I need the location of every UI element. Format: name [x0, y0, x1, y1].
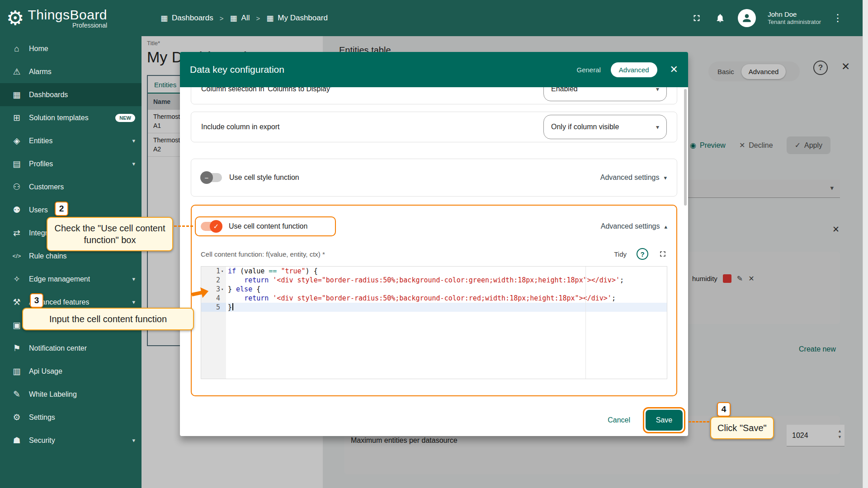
- screen: ⚙ ThingsBoard Professional ▦Dashboards >…: [0, 0, 868, 488]
- dialog-header: Data key configuration General Advanced …: [180, 52, 688, 87]
- use-cell-style-toggle[interactable]: − Use cell style function: [201, 173, 299, 182]
- print-margin: [585, 267, 586, 379]
- warning-icon: ⚠: [11, 66, 23, 77]
- sidebar-item-settings[interactable]: ⚙Settings: [0, 406, 142, 429]
- folder-icon: ▣: [11, 320, 23, 330]
- toggle-highlight-ring: [195, 216, 336, 236]
- help-icon[interactable]: ?: [637, 248, 648, 260]
- step4-connector: [689, 421, 709, 422]
- shield-icon: ☗: [11, 435, 23, 446]
- dialog-body: Column selection in 'Columns to Display'…: [180, 87, 688, 401]
- sidebar-item-profiles[interactable]: ▤Profiles▾: [0, 152, 142, 175]
- chart-icon: ▥: [11, 366, 23, 376]
- user-name: John Doe: [768, 10, 821, 19]
- user-role: Tenant administrator: [768, 19, 821, 26]
- breadcrumb-my-dashboard[interactable]: ▦My Dashboard: [266, 14, 328, 23]
- logo[interactable]: ⚙ ThingsBoard Professional: [0, 7, 142, 29]
- step4-callout: Click "Save": [710, 417, 774, 439]
- chevron-down-icon: ▾: [656, 87, 659, 93]
- sidebar: ⌂Home ⚠Alarms ▦Dashboards ⊞Solution temp…: [0, 36, 142, 488]
- sidebar-item-notification-center[interactable]: ⚑Notification center: [0, 337, 142, 360]
- step2-connector: [174, 225, 193, 227]
- breadcrumb-separator: >: [256, 14, 260, 22]
- step2-badge: 2: [55, 202, 68, 216]
- tab-general[interactable]: General: [576, 66, 600, 74]
- entities-icon: ◈: [11, 136, 23, 146]
- sidebar-item-customers[interactable]: ⚇Customers: [0, 175, 142, 198]
- dashboard-icon: ▦: [160, 14, 168, 23]
- close-icon[interactable]: ✕: [670, 64, 678, 75]
- kebab-menu-icon[interactable]: ⋮: [833, 12, 843, 24]
- thingsboard-logo-icon: ⚙: [6, 8, 24, 28]
- dashboard-icon: ▦: [266, 14, 274, 23]
- new-badge: NEW: [115, 114, 135, 122]
- chevron-down-icon: ▾: [132, 299, 135, 305]
- toggle-off-icon[interactable]: −: [201, 173, 222, 182]
- sidebar-item-entities[interactable]: ◈Entities▾: [0, 129, 142, 152]
- cell-style-advanced-settings[interactable]: Advanced settings ▾: [600, 174, 667, 182]
- dialog-scrollbar[interactable]: [684, 89, 687, 206]
- page-scrollbar[interactable]: [863, 0, 868, 488]
- chevron-down-icon: ▾: [132, 137, 135, 144]
- editor-code[interactable]: if (value == "true") { return '<div styl…: [226, 267, 667, 379]
- avatar[interactable]: [738, 9, 756, 27]
- integration-icon: ⇄: [11, 228, 23, 238]
- tab-advanced[interactable]: Advanced: [611, 62, 657, 77]
- user-info: John Doe Tenant administrator: [768, 10, 821, 26]
- breadcrumb: ▦Dashboards > ▦All > ▦My Dashboard: [160, 14, 328, 23]
- chevron-down-icon: ▾: [132, 437, 135, 444]
- app-header: ⚙ ThingsBoard Professional ▦Dashboards >…: [0, 0, 868, 36]
- paint-icon: ✎: [11, 389, 23, 399]
- include-column-select[interactable]: Only if column visible ▾: [543, 115, 667, 139]
- gear-icon: ⚙: [11, 412, 23, 422]
- sidebar-item-edge-management[interactable]: ✧Edge management▾: [0, 267, 142, 291]
- user-icon: ⚉: [11, 205, 23, 215]
- sidebar-item-white-labeling[interactable]: ✎White Labeling: [0, 383, 142, 406]
- step2-callout: Check the "Use cell content function" bo…: [47, 217, 173, 251]
- code-icon: </>: [11, 253, 23, 259]
- editor-gutter: 1▾23▾45: [201, 267, 226, 379]
- flag-icon: ⚑: [11, 343, 23, 353]
- sidebar-item-solution-templates[interactable]: ⊞Solution templatesNEW: [0, 106, 142, 129]
- column-selection-row: Column selection in 'Columns to Display'…: [191, 87, 677, 104]
- column-selection-select[interactable]: Enabled ▾: [543, 87, 667, 101]
- function-signature-label: Cell content function: f(value, entity, …: [201, 250, 325, 258]
- tidy-button[interactable]: Tidy: [614, 250, 627, 258]
- sidebar-item-home[interactable]: ⌂Home: [0, 37, 142, 60]
- fullscreen-icon[interactable]: [658, 249, 667, 258]
- home-icon: ⌂: [11, 44, 23, 54]
- save-button[interactable]: Save: [646, 410, 683, 431]
- sidebar-item-security[interactable]: ☗Security▾: [0, 429, 142, 452]
- logo-subtitle: Professional: [28, 22, 107, 29]
- dialog-footer: Cancel Save: [608, 407, 685, 433]
- data-key-configuration-dialog: Data key configuration General Advanced …: [180, 52, 688, 436]
- code-editor[interactable]: 1▾23▾45 if (value == "true") { return '<…: [201, 266, 667, 379]
- step3-badge: 3: [30, 293, 43, 308]
- grid-icon: ⊞: [11, 113, 23, 123]
- wrench-icon: ⚒: [11, 297, 23, 307]
- chevron-down-icon: ▾: [664, 174, 667, 181]
- sidebar-item-dashboards[interactable]: ▦Dashboards: [0, 83, 142, 106]
- notifications-bell-icon[interactable]: [714, 12, 726, 24]
- customers-icon: ⚇: [11, 182, 23, 192]
- chevron-up-icon: ▴: [664, 223, 667, 230]
- chevron-down-icon: ▾: [132, 276, 135, 282]
- fullscreen-icon[interactable]: [691, 12, 703, 24]
- profiles-icon: ▤: [11, 159, 23, 169]
- dialog-title: Data key configuration: [190, 64, 284, 75]
- step3-callout: Input the cell content function: [22, 308, 194, 330]
- chevron-down-icon: ▾: [132, 160, 135, 167]
- dashboard-icon: ▦: [230, 14, 237, 23]
- chevron-down-icon: ▾: [656, 123, 659, 131]
- sidebar-item-alarms[interactable]: ⚠Alarms: [0, 60, 142, 83]
- breadcrumb-dashboards[interactable]: ▦Dashboards: [160, 14, 213, 23]
- breadcrumb-all[interactable]: ▦All: [230, 14, 250, 23]
- cell-style-row: − Use cell style function Advanced setti…: [191, 159, 677, 197]
- edge-icon: ✧: [11, 274, 23, 284]
- cancel-button[interactable]: Cancel: [608, 416, 630, 424]
- dashboards-icon: ▦: [11, 89, 23, 100]
- save-highlight-ring: Save: [643, 407, 685, 433]
- sidebar-item-api-usage[interactable]: ▥Api Usage: [0, 360, 142, 383]
- include-column-row: Include column in export Only if column …: [191, 112, 677, 142]
- cell-content-advanced-settings[interactable]: Advanced settings ▴: [601, 222, 667, 230]
